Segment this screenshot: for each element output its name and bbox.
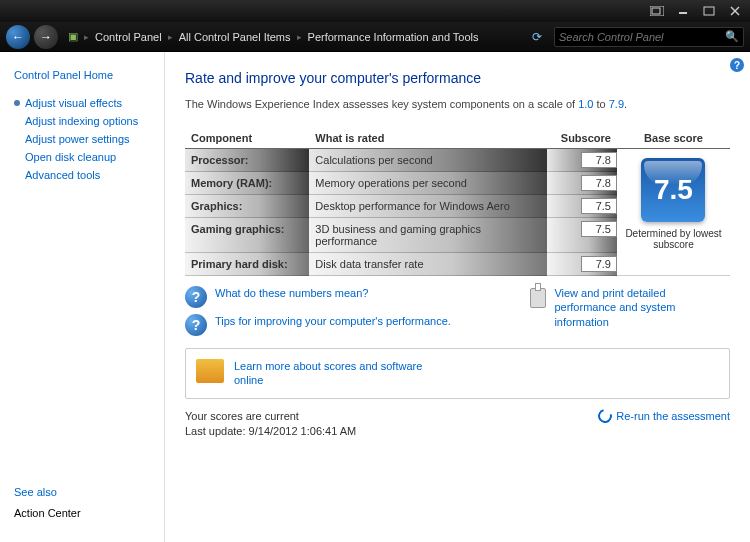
question-icon: ? — [185, 314, 207, 336]
subscore-value: 7.5 — [581, 198, 617, 214]
subscore-cell: 7.8 — [547, 172, 617, 195]
tablet-icon[interactable] — [648, 4, 666, 18]
subscore-cell: 7.5 — [547, 218, 617, 253]
score-table: Component What is rated Subscore Base sc… — [185, 128, 730, 276]
subscore-cell: 7.8 — [547, 149, 617, 172]
col-component: Component — [185, 128, 309, 149]
component-name: Processor: — [185, 149, 309, 172]
search-icon[interactable]: 🔍 — [725, 30, 739, 43]
sidebar-item-advanced[interactable]: Advanced tools — [14, 166, 164, 184]
bullet-icon — [14, 100, 20, 106]
arrow-right-icon: → — [40, 30, 52, 44]
search-box[interactable]: 🔍 — [554, 27, 744, 47]
chart-icon — [196, 359, 224, 383]
component-name: Memory (RAM): — [185, 172, 309, 195]
see-also-label: See also — [14, 486, 164, 498]
component-rated: Memory operations per second — [309, 172, 546, 195]
component-name: Primary hard disk: — [185, 253, 309, 276]
component-rated: Disk data transfer rate — [309, 253, 546, 276]
subscore-value: 7.9 — [581, 256, 617, 272]
page-title: Rate and improve your computer's perform… — [185, 70, 730, 86]
sidebar-item-indexing[interactable]: Adjust indexing options — [14, 112, 164, 130]
chevron-right-icon: ▸ — [168, 32, 173, 42]
component-rated: Calculations per second — [309, 149, 546, 172]
printer-icon — [530, 288, 546, 308]
status-text: Your scores are current Last update: 9/1… — [185, 409, 356, 440]
page-description: The Windows Experience Index assesses ke… — [185, 98, 730, 110]
close-button[interactable] — [726, 4, 744, 18]
breadcrumb-item[interactable]: Performance Information and Tools — [308, 31, 479, 43]
sidebar-item-visual-effects[interactable]: Adjust visual effects — [25, 94, 122, 112]
subscore-value: 7.5 — [581, 221, 617, 237]
subscore-cell: 7.5 — [547, 195, 617, 218]
control-panel-home-link[interactable]: Control Panel Home — [14, 66, 164, 84]
sidebar-item-cleanup[interactable]: Open disk cleanup — [14, 148, 164, 166]
link-print-info[interactable]: View and print detailed performance and … — [554, 286, 730, 329]
breadcrumb-item[interactable]: Control Panel — [95, 31, 162, 43]
arrow-left-icon: ← — [12, 30, 24, 44]
rerun-assessment-link[interactable]: Re-run the assessment — [598, 409, 730, 423]
action-center-link[interactable]: Action Center — [14, 504, 164, 522]
col-subscore: Subscore — [547, 128, 617, 149]
sidebar-item-power[interactable]: Adjust power settings — [14, 130, 164, 148]
back-button[interactable]: ← — [6, 25, 30, 49]
base-score-label: Determined by lowest subscore — [623, 228, 724, 250]
col-rated: What is rated — [309, 128, 546, 149]
subscore-value: 7.8 — [581, 152, 617, 168]
learn-more-box: Learn more about scores and software onl… — [185, 348, 730, 399]
breadcrumb[interactable]: ▣ ▸ Control Panel ▸ All Control Panel It… — [68, 30, 479, 43]
refresh-icon[interactable]: ⟳ — [532, 30, 542, 44]
base-score-cell: 7.5Determined by lowest subscore — [617, 149, 730, 276]
help-icon[interactable]: ? — [730, 58, 744, 72]
folder-icon: ▣ — [68, 30, 78, 43]
chevron-right-icon: ▸ — [84, 32, 89, 42]
navigation-bar: ← → ▣ ▸ Control Panel ▸ All Control Pane… — [0, 22, 750, 52]
svg-rect-3 — [704, 7, 714, 15]
component-rated: Desktop performance for Windows Aero — [309, 195, 546, 218]
search-input[interactable] — [559, 31, 725, 43]
col-base: Base score — [617, 128, 730, 149]
link-learn-more[interactable]: Learn more about scores and software onl… — [234, 359, 434, 388]
forward-button[interactable]: → — [34, 25, 58, 49]
sidebar: Control Panel Home Adjust visual effects… — [0, 52, 165, 542]
component-rated: 3D business and gaming graphics performa… — [309, 218, 546, 253]
refresh-icon — [596, 406, 615, 425]
main-content: ? Rate and improve your computer's perfo… — [165, 52, 750, 542]
svg-rect-1 — [652, 8, 660, 14]
breadcrumb-item[interactable]: All Control Panel Items — [179, 31, 291, 43]
component-name: Gaming graphics: — [185, 218, 309, 253]
subscore-cell: 7.9 — [547, 253, 617, 276]
chevron-right-icon: ▸ — [297, 32, 302, 42]
maximize-button[interactable] — [700, 4, 718, 18]
table-row: Processor:Calculations per second7.87.5D… — [185, 149, 730, 172]
link-tips[interactable]: Tips for improving your computer's perfo… — [215, 314, 451, 328]
component-name: Graphics: — [185, 195, 309, 218]
link-numbers-mean[interactable]: What do these numbers mean? — [215, 286, 368, 300]
window-titlebar — [0, 0, 750, 22]
minimize-button[interactable] — [674, 4, 692, 18]
question-icon: ? — [185, 286, 207, 308]
subscore-value: 7.8 — [581, 175, 617, 191]
base-score-badge: 7.5 — [641, 158, 705, 222]
